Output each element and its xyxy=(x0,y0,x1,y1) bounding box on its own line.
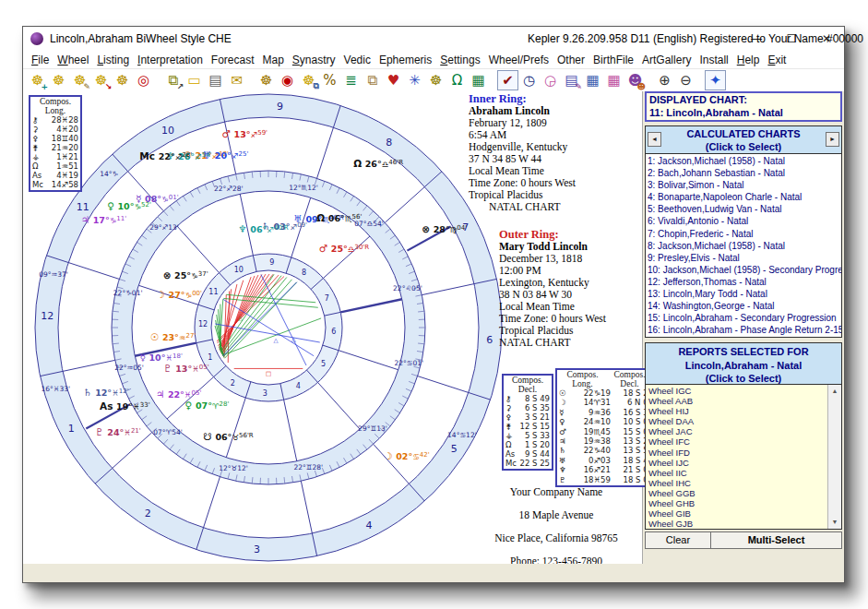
table-row: ⚷28♓28 xyxy=(32,115,78,125)
menu-vedic[interactable]: Vedic xyxy=(344,54,371,66)
house-cusp-label: 07°♎54' xyxy=(354,220,384,228)
inner-house-number: 7 xyxy=(325,294,329,303)
compass-star-icon[interactable]: ✦ xyxy=(705,70,726,90)
chart-list-item[interactable]: 6: Vivaldi,Antonio - Natal xyxy=(646,215,841,227)
planet-row: ♀24♒1010 S 02 xyxy=(559,417,653,426)
cell: 0♐03 xyxy=(568,456,611,465)
reports-title: REPORTS SELECTED FOR xyxy=(646,345,841,359)
point-value: 6 S 35 xyxy=(525,403,550,412)
chart-list-item[interactable]: 3: Bolivar,Simon - Natal xyxy=(646,179,841,191)
zoom-out-icon[interactable]: ⊖ xyxy=(675,70,696,90)
menu-exit[interactable]: Exit xyxy=(767,54,786,66)
inner-ring-chart-type: NATAL CHART xyxy=(469,201,646,213)
report-list-item[interactable]: Wheel JAC xyxy=(646,426,841,436)
report-list-item[interactable]: Wheel AAB xyxy=(646,396,841,406)
menu-file[interactable]: File xyxy=(31,54,49,66)
info-line: 6:54 AM xyxy=(469,129,646,141)
cell: ♃ xyxy=(559,436,568,446)
menu-ephemeris[interactable]: Ephemeris xyxy=(379,54,432,66)
info-line: Hodgenville, Kentucky xyxy=(469,141,646,153)
point-glyph: ⚷ xyxy=(505,394,511,403)
report-list-item[interactable]: Wheel GJB xyxy=(646,519,841,529)
chart-list-item[interactable]: 5: Beethoven,Ludwig Van - Natal xyxy=(646,203,841,215)
report-list-item[interactable]: Wheel IHC xyxy=(646,478,841,488)
report-list-item[interactable]: Wheel GGB xyxy=(646,488,841,498)
reports-scrollbar[interactable]: ▲ ▼ xyxy=(827,385,841,529)
calendar-pink-icon[interactable]: ▦ xyxy=(603,70,624,90)
menu-map[interactable]: Map xyxy=(263,54,284,66)
chart-list-item[interactable]: 10: Jackson,Michael (1958) - Secondary P… xyxy=(646,264,841,276)
menu-listing[interactable]: Listing xyxy=(97,54,129,66)
scroll-down-icon[interactable]: ▼ xyxy=(828,516,841,529)
clock-pink-icon[interactable]: ◶ xyxy=(540,70,561,90)
multi-select-button[interactable]: Multi-Select xyxy=(710,531,842,549)
menu-install[interactable]: Install xyxy=(699,54,728,66)
chart-list-item[interactable]: 8: Jackson,Michael (1958) - Natal xyxy=(646,240,841,252)
chart-list-item[interactable]: 12: Jefferson,Thomas - Natal xyxy=(646,276,841,288)
chart-list-item[interactable]: 2: Bach,Johann Sebastian - Natal xyxy=(646,167,841,179)
point-value: 22 S 25 xyxy=(520,459,550,468)
company-line: 18 Maple Avenue xyxy=(465,509,648,520)
cell: ♆ xyxy=(559,465,568,474)
zoom-in-icon[interactable]: ⊕ xyxy=(654,70,675,90)
cell: 9♒36 xyxy=(568,408,611,417)
notes-icon[interactable]: ▤✎ xyxy=(561,70,582,90)
chart-list-item[interactable]: 15: Lincoln,Abraham - Secondary Progress… xyxy=(646,312,841,324)
menu-other[interactable]: Other xyxy=(557,54,585,66)
point-value: 1♒51 xyxy=(56,161,78,171)
scroll-left-button[interactable]: ◄ xyxy=(648,132,661,147)
report-list-item[interactable]: Wheel HIJ xyxy=(646,406,841,416)
calendar-blue-icon-glyph: ▦ xyxy=(586,72,599,89)
report-list-item[interactable]: Wheel IIC xyxy=(646,468,841,478)
chart-list-item[interactable]: 7: Chopin,Frederic - Natal xyxy=(646,228,841,240)
biwheel-chart[interactable]: 11223344556677889910101111121222°♒05'07°… xyxy=(23,86,529,569)
people-wheel-icon[interactable]: ☻☻ xyxy=(624,70,646,90)
calendar-blue-icon[interactable]: ▦ xyxy=(582,70,603,90)
report-list-item[interactable]: Wheel GHB xyxy=(646,498,841,508)
cell: 19♏45 xyxy=(568,427,611,436)
menu-help[interactable]: Help xyxy=(737,54,760,66)
menu-wheelprefs[interactable]: Wheel/Prefs xyxy=(489,54,549,66)
house-cusp-label: 12°♉12' xyxy=(219,464,248,472)
outer-house-number: 3 xyxy=(254,543,260,555)
inner-ring-name: Abraham Lincoln xyxy=(469,105,646,117)
point-glyph: As xyxy=(32,171,42,180)
scroll-right-button[interactable]: ► xyxy=(826,132,839,147)
chart-list-item[interactable]: 14: Washington,George - Natal xyxy=(646,300,841,312)
point-value: 8 S 49 xyxy=(525,394,550,403)
report-list-item[interactable]: Wheel IFC xyxy=(646,436,841,447)
report-list-item[interactable]: Wheel IFD xyxy=(646,448,841,458)
menu-synastry[interactable]: Synastry xyxy=(292,54,336,66)
point-value: 18♊40 xyxy=(52,134,78,143)
chart-list-item[interactable]: 16: Lincoln,Abraham - Phase Angle Return… xyxy=(646,324,841,336)
report-list-item[interactable]: Wheel IGC xyxy=(646,386,841,396)
menu-forecast[interactable]: Forecast xyxy=(211,54,255,66)
scroll-up-icon[interactable]: ▲ xyxy=(828,385,841,398)
chart-list-item[interactable]: 9: Presley,Elvis - Natal xyxy=(646,252,841,264)
chart-list-item[interactable]: 4: Bonaparte,Napoleon Charle - Natal xyxy=(646,191,841,203)
inner-house-number: 2 xyxy=(231,379,235,388)
app-icon xyxy=(30,32,43,45)
compass-star-icon-glyph: ✦ xyxy=(709,72,721,89)
info-line: Tropical Placidus xyxy=(469,189,646,201)
clear-button[interactable]: Clear xyxy=(645,531,711,549)
report-list-item[interactable]: Wheel GIB xyxy=(646,508,841,519)
chart-list-item[interactable]: 13: Lincoln,Mary Todd - Natal xyxy=(646,288,841,300)
menu-artgallery[interactable]: ArtGallery xyxy=(642,54,691,66)
point-value: 3 S 21 xyxy=(525,412,550,422)
menu-bar: FileWheelListingInterpretationForecastMa… xyxy=(23,51,844,69)
point-glyph: ⚷ xyxy=(32,115,38,125)
report-list-item[interactable]: Wheel DAA xyxy=(646,416,841,426)
house-cusp-label: 22°♒05' xyxy=(114,364,144,372)
menu-interpretation[interactable]: Interpretation xyxy=(137,54,203,66)
menu-wheel[interactable]: Wheel xyxy=(57,54,89,66)
inner-house-number: 10 xyxy=(234,266,244,274)
chart-list-item[interactable]: 1: Jackson,Michael (1958) - Natal xyxy=(646,155,841,167)
composite-longitude-table: Compos. Long. ⚷28♓28⚳4♓20⚴18♊40⚵21♒20⚶1♓… xyxy=(29,95,82,192)
menu-settings[interactable]: Settings xyxy=(440,54,480,66)
aspect-glyph: □ xyxy=(266,370,271,377)
point-glyph: ⚴ xyxy=(32,134,38,143)
outer-cusp-label: 09°♒37' xyxy=(39,270,68,279)
menu-birthfile[interactable]: BirthFile xyxy=(593,54,634,66)
report-list-item[interactable]: Wheel IJC xyxy=(646,458,841,468)
